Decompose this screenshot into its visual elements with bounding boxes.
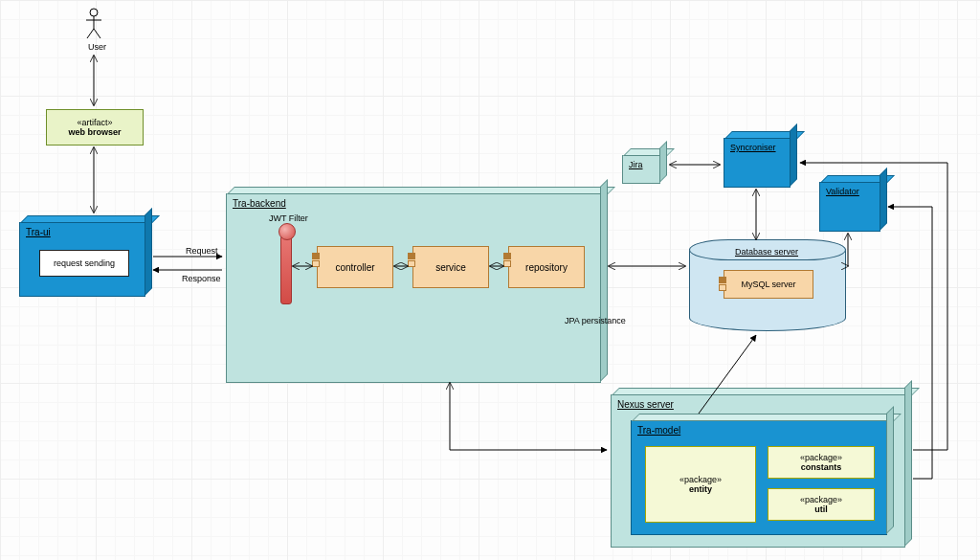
artifact-stereotype: «artifact»	[77, 118, 112, 127]
actor-user[interactable]	[84, 8, 103, 42]
svg-point-0	[90, 9, 98, 16]
validator-title: Validator	[826, 187, 859, 196]
node-nexus-server[interactable]: Nexus server Tra-model «package» entity …	[611, 394, 905, 548]
component-repository[interactable]: repository	[508, 246, 585, 288]
package-constants[interactable]: «package» constants	[768, 446, 875, 479]
edge-label-request: Request	[186, 246, 218, 256]
jira-title: Jira	[629, 160, 643, 169]
package-entity[interactable]: «package» entity	[645, 446, 756, 523]
package-util[interactable]: «package» util	[768, 488, 875, 521]
node-validator[interactable]: Validator	[819, 182, 880, 232]
artifact-web-browser[interactable]: «artifact» web browser	[46, 109, 144, 146]
edge-label-jpa: JPA persistance	[565, 316, 626, 325]
jwt-filter-label: JWT Filter	[269, 213, 308, 223]
tra-ui-title: Tra-ui	[26, 227, 51, 237]
tra-ui-request-sending[interactable]: request sending	[39, 250, 129, 277]
tra-backend-title: Tra-backend	[233, 198, 286, 209]
node-tra-model[interactable]: Tra-model «package» entity «package» con…	[631, 420, 887, 535]
tra-model-title: Tra-model	[637, 425, 680, 436]
actor-label: User	[88, 42, 106, 52]
svg-line-4	[94, 29, 100, 38]
edge-label-response: Response	[182, 274, 221, 283]
node-database-server[interactable]: Database server MySQL server	[689, 239, 846, 331]
syncroniser-title: Syncroniser	[730, 143, 776, 152]
component-mysql-server[interactable]: MySQL server	[724, 270, 813, 299]
node-tra-ui[interactable]: Tra-ui request sending	[19, 222, 145, 297]
diagram-canvas[interactable]: User «artifact» web browser Tra-ui reque…	[0, 0, 980, 560]
svg-line-3	[87, 29, 94, 38]
database-title: Database server	[735, 247, 798, 257]
artifact-name: web browser	[68, 127, 121, 137]
jwt-filter-pin[interactable]	[280, 235, 292, 304]
component-controller[interactable]: controller	[317, 246, 393, 288]
node-jira[interactable]: Jira	[622, 155, 660, 184]
node-syncroniser[interactable]: Syncroniser	[724, 138, 791, 188]
component-service[interactable]: service	[412, 246, 489, 288]
nexus-title: Nexus server	[617, 399, 674, 410]
